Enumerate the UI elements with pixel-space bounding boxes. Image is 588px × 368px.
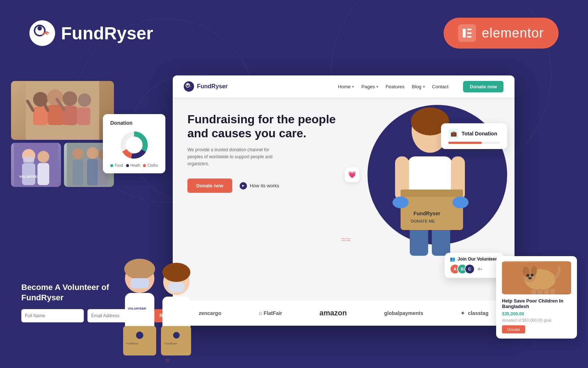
- svg-point-75: [527, 274, 530, 277]
- nav-features[interactable]: Features: [386, 84, 404, 89]
- legend-food: Food: [110, 163, 123, 167]
- svg-point-77: [528, 277, 531, 279]
- hero-subtitle: We provide a trusted donation channel fo…: [187, 146, 283, 168]
- svg-rect-6: [467, 36, 472, 38]
- svg-rect-47: [87, 159, 98, 185]
- flatfair-icon: ⌂: [259, 310, 262, 316]
- partners-bar: zencargo ⌂ FlatFair amazon globalpayment…: [173, 300, 514, 326]
- volunteer-avatars: A B C 4+: [450, 264, 498, 274]
- svg-rect-31: [77, 107, 90, 125]
- total-donation-progress-fill: [448, 142, 482, 144]
- join-volunteer-card: 👥 Join Our Volunteer A B C 4+: [445, 253, 503, 278]
- site-logo-text: FundRyser: [197, 83, 228, 90]
- partner-zencargo: zencargo: [199, 310, 221, 316]
- brand-logo-icon: [29, 20, 55, 46]
- site-hero: Fundraising for the people and causes yo…: [173, 98, 514, 326]
- svg-point-63: [162, 263, 190, 282]
- blog-arrow: ▾: [423, 85, 425, 89]
- svg-point-27: [78, 93, 91, 107]
- svg-text:DONATE ME: DONATE ME: [411, 219, 435, 223]
- hero-donate-button[interactable]: Donate now: [187, 178, 232, 193]
- svg-point-60: [136, 332, 143, 339]
- svg-point-21: [392, 197, 409, 208]
- svg-rect-41: [23, 157, 34, 163]
- svg-point-0: [29, 20, 55, 46]
- partner-flatfair: ⌂ FlatFair: [259, 310, 282, 316]
- svg-rect-4: [467, 29, 472, 30]
- nav-blog[interactable]: Blog ▾: [412, 84, 424, 89]
- svg-text:≈: ≈: [165, 356, 169, 364]
- elementor-text: elementor: [482, 25, 544, 41]
- help-card-amount: $35,000.00: [502, 311, 571, 316]
- partner-globalpayments: globalpayments: [384, 310, 423, 316]
- food-dot: [110, 164, 113, 167]
- help-card-title: Help Save Poor Children In Bangladesh: [502, 298, 571, 309]
- svg-rect-80: [544, 289, 549, 294]
- elementor-icon: [458, 24, 476, 42]
- play-icon: ▶: [240, 182, 247, 190]
- volunteer-icon: 👥: [450, 256, 455, 262]
- volunteer-people-images: VOLUNTEER FundRyser FundRyser ≈: [114, 256, 198, 368]
- cloths-dot: [143, 164, 146, 167]
- nav-contact[interactable]: Contact: [432, 84, 449, 89]
- site-logo[interactable]: FundRyser: [184, 81, 228, 92]
- svg-text:VOLUNTEER: VOLUNTEER: [19, 175, 40, 178]
- pages-arrow: ▾: [376, 85, 378, 89]
- brand-logo[interactable]: FundRyser: [29, 20, 153, 46]
- svg-rect-5: [467, 32, 472, 34]
- svg-point-55: [124, 259, 155, 279]
- volunteer-name-input[interactable]: [21, 309, 84, 322]
- top-header: FundRyser elementor: [0, 0, 588, 66]
- total-donation-progress-track: [448, 142, 500, 144]
- svg-rect-35: [14, 143, 58, 187]
- partner-amazon: amazon: [319, 309, 347, 317]
- svg-text:FundRyser: FundRyser: [413, 210, 441, 216]
- total-donation-card: 💼 Total Donation: [441, 123, 507, 149]
- hero-right: FundRyser DONATE ME 💼 Total Donation: [337, 112, 500, 318]
- svg-rect-64: [168, 283, 184, 292]
- svg-point-2: [37, 26, 42, 31]
- svg-point-53: [126, 137, 142, 153]
- nav-home[interactable]: Home ▾: [338, 84, 354, 89]
- svg-rect-37: [22, 163, 35, 185]
- children-image: [11, 81, 114, 140]
- svg-point-26: [62, 91, 77, 106]
- left-images-group: VOLUNTEER: [11, 81, 114, 187]
- nav-donate-button[interactable]: Donate now: [463, 81, 503, 92]
- svg-point-44: [87, 147, 98, 159]
- help-save-card: Help Save Poor Children In Bangladesh $3…: [496, 256, 577, 339]
- svg-point-22: [452, 197, 469, 208]
- svg-text:FundRyser: FundRyser: [126, 342, 139, 345]
- svg-point-39: [37, 151, 49, 163]
- nav-pages[interactable]: Pages ▾: [361, 84, 378, 89]
- svg-rect-46: [72, 160, 83, 185]
- svg-rect-79: [538, 289, 543, 294]
- help-card-image: [502, 261, 571, 294]
- donation-card: Donation Food Heath Cloths: [103, 114, 165, 173]
- classtag-icon: ✦: [460, 310, 465, 316]
- help-card-donate-button[interactable]: Donate: [502, 325, 525, 333]
- how-it-works-button[interactable]: ▶ How its works: [240, 182, 279, 190]
- donation-card-title: Donation: [110, 120, 158, 126]
- site-logo-icon: [184, 81, 194, 92]
- svg-rect-59: [123, 326, 156, 355]
- svg-rect-78: [531, 289, 536, 294]
- svg-rect-3: [463, 29, 466, 38]
- image-grid: VOLUNTEER: [11, 81, 114, 187]
- donation-donut-chart: [110, 130, 158, 160]
- website-mockup: FundRyser Home ▾ Pages ▾ Features Blog ▾…: [173, 75, 514, 326]
- total-donation-title: 💼 Total Donation: [448, 128, 500, 139]
- hero-buttons: Donate now ▶ How its works: [187, 178, 337, 193]
- hero-left: Fundraising for the people and causes yo…: [187, 112, 337, 318]
- legend-health: Heath: [126, 163, 140, 167]
- donation-icon: 💼: [448, 128, 459, 139]
- join-volunteer-title: 👥 Join Our Volunteer: [450, 256, 498, 262]
- svg-rect-18: [401, 190, 463, 197]
- svg-point-76: [531, 274, 534, 277]
- site-nav: FundRyser Home ▾ Pages ▾ Features Blog ▾…: [173, 75, 514, 98]
- volunteer-image-1: VOLUNTEER: [11, 143, 61, 187]
- nav-links: Home ▾ Pages ▾ Features Blog ▾ Contact: [243, 84, 449, 89]
- svg-point-9: [187, 84, 189, 86]
- wave-decoration: ≈≈: [341, 234, 351, 245]
- elementor-badge: elementor: [444, 18, 559, 49]
